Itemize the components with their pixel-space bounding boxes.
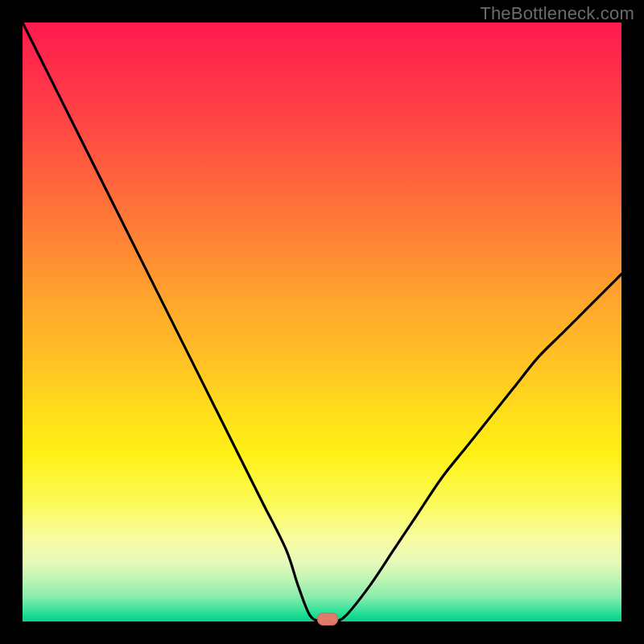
watermark-text: TheBottleneck.com [480, 3, 634, 24]
bottleneck-curve [23, 23, 621, 621]
optimal-point-marker [317, 613, 338, 625]
chart-frame: TheBottleneck.com [0, 0, 644, 644]
plot-area [23, 23, 621, 621]
